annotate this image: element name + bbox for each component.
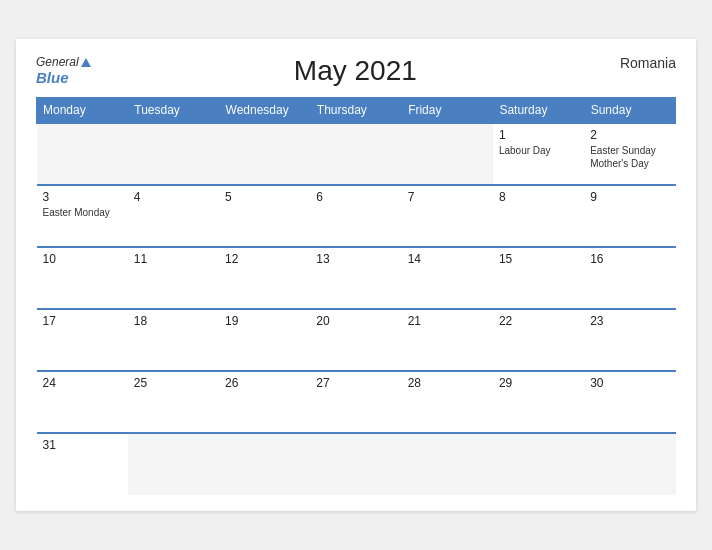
calendar-title: May 2021	[294, 55, 417, 87]
week-row-3: 10111213141516	[37, 247, 676, 309]
day-cell: 17	[37, 309, 128, 371]
day-cell: 27	[310, 371, 401, 433]
day-number: 23	[590, 314, 669, 328]
day-cell	[219, 433, 310, 495]
column-header-saturday: Saturday	[493, 98, 584, 124]
day-cell: 29	[493, 371, 584, 433]
day-cell: 31	[37, 433, 128, 495]
day-number: 21	[408, 314, 487, 328]
day-cell: 14	[402, 247, 493, 309]
day-event: Easter Monday	[43, 207, 110, 218]
calendar-header-row: MondayTuesdayWednesdayThursdayFridaySatu…	[37, 98, 676, 124]
day-number: 27	[316, 376, 395, 390]
day-number: 28	[408, 376, 487, 390]
day-cell: 9	[584, 185, 675, 247]
logo: General Blue	[36, 55, 91, 87]
day-number: 7	[408, 190, 487, 204]
day-number: 17	[43, 314, 122, 328]
day-number: 31	[43, 438, 122, 452]
day-cell: 19	[219, 309, 310, 371]
week-row-1: 1Labour Day2Easter SundayMother's Day	[37, 123, 676, 185]
logo-triangle-icon	[81, 58, 91, 67]
logo-blue-text: Blue	[36, 69, 91, 87]
day-cell	[37, 123, 128, 185]
day-number: 10	[43, 252, 122, 266]
day-number: 26	[225, 376, 304, 390]
week-row-2: 3Easter Monday456789	[37, 185, 676, 247]
day-number: 25	[134, 376, 213, 390]
day-cell	[402, 433, 493, 495]
day-cell: 25	[128, 371, 219, 433]
day-number: 24	[43, 376, 122, 390]
day-number: 29	[499, 376, 578, 390]
day-cell: 18	[128, 309, 219, 371]
day-cell	[493, 433, 584, 495]
day-cell: 7	[402, 185, 493, 247]
day-cell: 6	[310, 185, 401, 247]
column-header-thursday: Thursday	[310, 98, 401, 124]
logo-general-text: General	[36, 55, 91, 69]
day-number: 16	[590, 252, 669, 266]
day-cell: 21	[402, 309, 493, 371]
day-cell: 30	[584, 371, 675, 433]
column-header-friday: Friday	[402, 98, 493, 124]
day-cell: 20	[310, 309, 401, 371]
day-cell: 22	[493, 309, 584, 371]
calendar-container: General Blue May 2021 Romania MondayTues…	[16, 39, 696, 511]
day-cell: 15	[493, 247, 584, 309]
day-number: 5	[225, 190, 304, 204]
day-number: 8	[499, 190, 578, 204]
day-cell	[584, 433, 675, 495]
day-cell: 2Easter SundayMother's Day	[584, 123, 675, 185]
day-number: 15	[499, 252, 578, 266]
day-cell: 26	[219, 371, 310, 433]
day-cell	[310, 123, 401, 185]
day-number: 4	[134, 190, 213, 204]
day-number: 18	[134, 314, 213, 328]
day-number: 3	[43, 190, 122, 204]
column-header-sunday: Sunday	[584, 98, 675, 124]
day-cell: 5	[219, 185, 310, 247]
day-number: 1	[499, 128, 578, 142]
day-cell	[402, 123, 493, 185]
day-number: 13	[316, 252, 395, 266]
day-cell: 23	[584, 309, 675, 371]
week-row-4: 17181920212223	[37, 309, 676, 371]
column-header-tuesday: Tuesday	[128, 98, 219, 124]
day-cell: 4	[128, 185, 219, 247]
day-cell: 8	[493, 185, 584, 247]
day-number: 19	[225, 314, 304, 328]
day-number: 2	[590, 128, 669, 142]
column-header-wednesday: Wednesday	[219, 98, 310, 124]
day-cell: 28	[402, 371, 493, 433]
day-cell: 10	[37, 247, 128, 309]
day-number: 30	[590, 376, 669, 390]
day-number: 14	[408, 252, 487, 266]
week-row-5: 24252627282930	[37, 371, 676, 433]
column-header-monday: Monday	[37, 98, 128, 124]
day-number: 12	[225, 252, 304, 266]
day-number: 22	[499, 314, 578, 328]
day-number: 6	[316, 190, 395, 204]
day-number: 11	[134, 252, 213, 266]
day-event: Mother's Day	[590, 158, 649, 169]
calendar-table: MondayTuesdayWednesdayThursdayFridaySatu…	[36, 97, 676, 495]
day-cell: 16	[584, 247, 675, 309]
day-number: 20	[316, 314, 395, 328]
country-label: Romania	[620, 55, 676, 71]
week-row-6: 31	[37, 433, 676, 495]
day-event: Easter Sunday	[590, 145, 656, 156]
day-cell: 24	[37, 371, 128, 433]
day-cell: 13	[310, 247, 401, 309]
day-cell: 12	[219, 247, 310, 309]
day-number: 9	[590, 190, 669, 204]
day-cell: 11	[128, 247, 219, 309]
day-event: Labour Day	[499, 145, 551, 156]
day-cell	[128, 123, 219, 185]
day-cell	[219, 123, 310, 185]
day-cell	[310, 433, 401, 495]
calendar-header: General Blue May 2021 Romania	[36, 55, 676, 87]
day-cell	[128, 433, 219, 495]
day-cell: 3Easter Monday	[37, 185, 128, 247]
day-cell: 1Labour Day	[493, 123, 584, 185]
